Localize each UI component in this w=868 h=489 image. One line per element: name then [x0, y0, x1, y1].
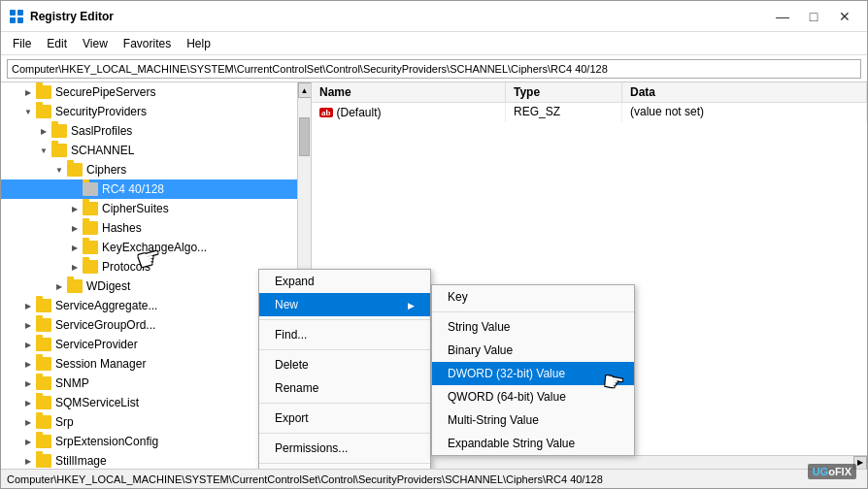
- submenu-binary[interactable]: Binary Value: [432, 339, 634, 362]
- tree-arrow: [20, 414, 36, 430]
- brand-sep: o: [828, 466, 835, 477]
- tree-item-servicegrouporder[interactable]: ServiceGroupOrd...: [1, 315, 297, 335]
- tree-label: SecurityProviders: [55, 105, 147, 118]
- tree-arrow: [20, 337, 36, 352]
- tree-item-schannel[interactable]: SCHANNEL: [1, 141, 297, 160]
- ctx-delete-label: Delete: [275, 358, 309, 372]
- tree-label: SaslProfiles: [71, 124, 132, 138]
- svg-rect-1: [17, 10, 23, 16]
- scroll-up-button[interactable]: ▲: [298, 82, 312, 98]
- tree-arrow: [20, 453, 36, 469]
- table-row[interactable]: ab (Default) REG_SZ (value not set): [312, 103, 867, 122]
- submenu-multistring[interactable]: Multi-String Value: [432, 408, 634, 432]
- tree-item-ciphers[interactable]: Ciphers: [1, 160, 297, 179]
- folder-icon: [36, 396, 51, 409]
- folder-icon: [83, 202, 98, 215]
- folder-icon: [36, 376, 51, 390]
- folder-icon: [67, 163, 83, 177]
- tree-arrow: [36, 143, 51, 158]
- submenu-key-label: Key: [448, 290, 468, 304]
- folder-icon: [36, 454, 51, 468]
- ctx-delete[interactable]: Delete: [259, 353, 430, 376]
- folder-icon: [36, 415, 51, 429]
- ctx-rename[interactable]: Rename: [259, 376, 430, 400]
- ctx-expand-label: Expand: [275, 275, 315, 288]
- ctx-expand[interactable]: Expand: [259, 270, 430, 293]
- close-button[interactable]: ✕: [830, 5, 859, 28]
- tree-item-keyexchange[interactable]: KeyExchangeAlgo...: [1, 238, 297, 257]
- tree-item-sessionmanager[interactable]: Session Manager: [1, 354, 297, 374]
- scrollbar-thumb[interactable]: [299, 117, 310, 156]
- values-table-header: Name Type Data: [312, 82, 867, 103]
- submenu-qword[interactable]: QWORD (64-bit) Value: [432, 385, 634, 408]
- svg-rect-3: [17, 17, 23, 23]
- ctx-sep4: [259, 433, 430, 434]
- svg-rect-0: [10, 10, 16, 16]
- context-menu: Expand New Find... Delete Rename: [258, 269, 431, 469]
- svg-rect-2: [10, 17, 16, 23]
- ctx-rename-label: Rename: [275, 381, 318, 395]
- folder-icon: [36, 338, 51, 351]
- submenu-dword[interactable]: DWORD (32-bit) Value: [432, 362, 634, 385]
- submenu-string[interactable]: String Value: [432, 315, 634, 339]
- tree-item-securepipeservers[interactable]: SecurePipeServers: [1, 82, 297, 102]
- tree-item-sqmservicelist[interactable]: SQMServiceList: [1, 393, 297, 412]
- submenu-key[interactable]: Key: [432, 285, 634, 309]
- tree-item-hashes[interactable]: Hashes: [1, 218, 297, 238]
- header-name: Name: [312, 82, 506, 102]
- tree-arrow: [20, 356, 36, 372]
- submenu-expandable[interactable]: Expandable String Value: [432, 432, 634, 455]
- tree-arrow: [20, 375, 36, 391]
- folder-icon: [83, 221, 98, 235]
- tree-label: Ciphers: [86, 163, 126, 177]
- tree-label: Protocols: [102, 260, 150, 274]
- menu-view[interactable]: View: [75, 35, 116, 52]
- tree-item-wdigest[interactable]: WDigest: [1, 277, 297, 296]
- ctx-new[interactable]: New: [259, 293, 430, 316]
- folder-icon: [36, 318, 51, 332]
- menu-edit[interactable]: Edit: [39, 35, 75, 52]
- tree-label: ServiceGroupOrd...: [55, 318, 155, 332]
- tree-label: WDigest: [86, 279, 130, 293]
- tree-label: SrpExtensionConfig: [55, 435, 158, 448]
- folder-icon: [36, 105, 51, 118]
- tree-label: StillImage: [55, 454, 107, 468]
- menu-file[interactable]: File: [5, 35, 39, 52]
- tree-label: Session Manager: [55, 357, 146, 371]
- tree-arrow: [20, 104, 36, 119]
- ctx-permissions[interactable]: Permissions...: [259, 437, 430, 460]
- tree-label: SecurePipeServers: [55, 85, 155, 99]
- tree-item-serviceprovider[interactable]: ServiceProvider: [1, 335, 297, 354]
- ctx-sep5: [259, 463, 430, 464]
- maximize-button[interactable]: □: [799, 5, 828, 28]
- address-input[interactable]: [7, 59, 861, 79]
- submenu-string-label: String Value: [448, 320, 510, 334]
- address-bar: [1, 55, 867, 82]
- brand2: FIX: [835, 466, 851, 477]
- tree-item-rc4[interactable]: RC4 40/128: [1, 179, 297, 199]
- submenu-sep1: [432, 311, 634, 312]
- menu-help[interactable]: Help: [179, 35, 218, 52]
- tree-item-saslprofiles[interactable]: SaslProfiles: [1, 121, 297, 141]
- tree-label: CipherSuites: [102, 202, 169, 215]
- tree-arrow: [20, 434, 36, 449]
- menu-favorites[interactable]: Favorites: [116, 35, 179, 52]
- minimize-button[interactable]: —: [768, 5, 797, 28]
- tree-item-serviceagg[interactable]: ServiceAggregate...: [1, 296, 297, 315]
- tree-arrow: [67, 220, 83, 236]
- tree-item-snmp[interactable]: SNMP: [1, 374, 297, 393]
- header-data: Data: [622, 82, 867, 102]
- tree-label: SNMP: [55, 376, 89, 390]
- tree-item-stillimage[interactable]: StillImage: [1, 451, 297, 469]
- tree-item-securityproviders[interactable]: SecurityProviders: [1, 102, 297, 121]
- tree-item-ciphersuites[interactable]: CipherSuites: [1, 199, 297, 218]
- tree-arrow: [20, 317, 36, 333]
- tree-item-srp[interactable]: Srp: [1, 412, 297, 432]
- tree-arrow: [20, 298, 36, 313]
- tree-item-srpextensionconfig[interactable]: SrpExtensionConfig: [1, 432, 297, 451]
- ctx-copy-key[interactable]: Copy Key Name: [259, 467, 430, 469]
- ctx-find[interactable]: Find...: [259, 323, 430, 346]
- ctx-export[interactable]: Export: [259, 407, 430, 430]
- row-name: ab (Default): [312, 103, 506, 122]
- tree-item-protocols[interactable]: Protocols: [1, 257, 297, 277]
